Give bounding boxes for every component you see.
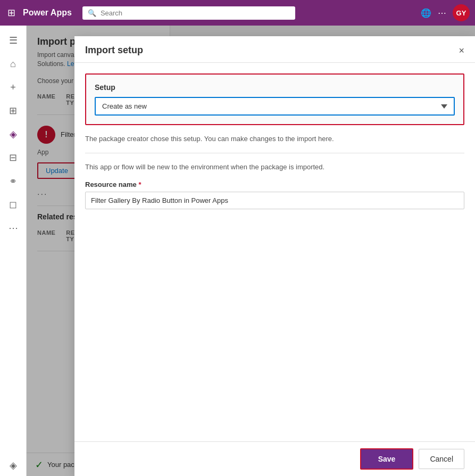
menu-icon: ☰: [9, 35, 18, 46]
search-icon: 🔍: [88, 9, 96, 17]
sidebar-item-connections[interactable]: ⚭: [3, 170, 24, 192]
environment-icon[interactable]: 🌐: [421, 8, 431, 18]
setup-section: Setup Create as new Update: [85, 73, 464, 125]
setup-dropdown[interactable]: Create as new Update: [95, 97, 455, 116]
dialog-close-button[interactable]: ×: [459, 46, 464, 55]
sidebar-item-more[interactable]: ⋯: [3, 217, 24, 239]
more-icon: ⋯: [9, 222, 18, 234]
dialog-body: Setup Create as new Update The package c…: [74, 63, 475, 441]
cancel-button[interactable]: Cancel: [419, 449, 464, 469]
search-input[interactable]: [101, 9, 290, 17]
connections-icon: ⚭: [9, 175, 17, 187]
table-icon: ⊟: [9, 152, 17, 163]
apps-icon: ⊞: [9, 105, 17, 117]
avatar[interactable]: GY: [453, 4, 470, 21]
plus-icon: +: [10, 82, 16, 93]
sidebar-item-apps[interactable]: ⊞: [3, 100, 24, 121]
dialog-footer: Save Cancel: [74, 441, 475, 476]
import-setup-dialog: Import setup × Setup Create as new Updat…: [74, 36, 475, 476]
resource-name-label: Resource name *: [85, 180, 464, 188]
active-icon: ◈: [10, 128, 17, 140]
home-icon: ⌂: [10, 59, 16, 70]
sidebar-item-create[interactable]: +: [3, 77, 24, 98]
sidebar-item-active[interactable]: ◈: [3, 124, 24, 145]
sidebar-item-table[interactable]: ⊟: [3, 147, 24, 168]
sidebar-item-menu[interactable]: ☰: [3, 30, 24, 51]
flow-info-text: This app or flow will be new to the envi…: [85, 162, 464, 173]
sidebar-item-copilot[interactable]: ◈: [3, 455, 24, 476]
setup-info-text: The package creator chose this setup. Yo…: [85, 134, 464, 153]
topbar-right: 🌐 ⋯ GY: [421, 4, 470, 21]
setup-label: Setup: [95, 83, 455, 92]
grid-icon[interactable]: ⊞: [5, 5, 18, 21]
main-layout: ☰ ⌂ + ⊞ ◈ ⊟ ⚭ ◻ ⋯ ◈: [0, 26, 475, 476]
topbar: ⊞ Power Apps 🔍 🌐 ⋯ GY: [0, 0, 475, 26]
more-options-icon[interactable]: ⋯: [438, 8, 446, 18]
dialog-header: Import setup ×: [74, 36, 475, 63]
copilot-icon: ◈: [10, 459, 17, 471]
dialog-title: Import setup: [85, 45, 143, 56]
dataverse-icon: ◻: [9, 199, 17, 210]
search-box: 🔍: [82, 6, 295, 20]
sidebar-item-home[interactable]: ⌂: [3, 53, 24, 75]
sidebar: ☰ ⌂ + ⊞ ◈ ⊟ ⚭ ◻ ⋯ ◈: [0, 26, 27, 476]
content-area: Import package Import canvas app created…: [27, 26, 475, 476]
required-star: *: [138, 180, 141, 188]
resource-name-input[interactable]: [85, 192, 464, 209]
save-button[interactable]: Save: [360, 448, 414, 470]
sidebar-item-dataverse[interactable]: ◻: [3, 194, 24, 215]
brand-name: Power Apps: [23, 8, 72, 18]
